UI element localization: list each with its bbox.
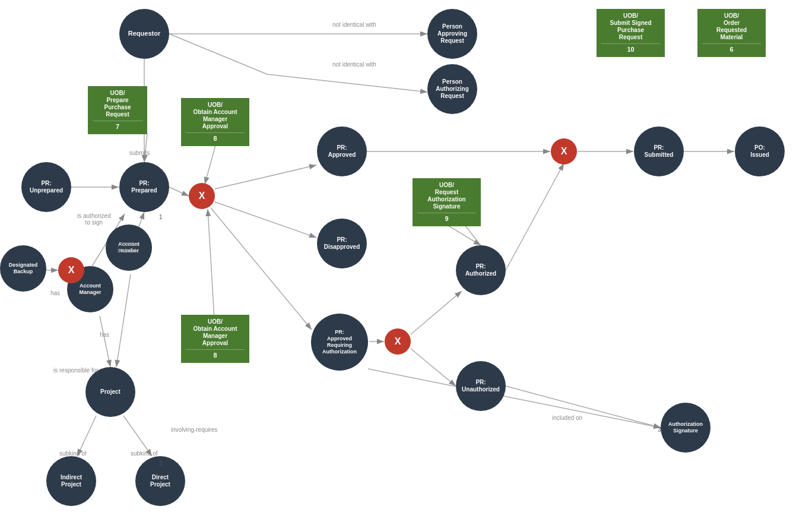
pr-disapproved-node: PR:Disapproved (317, 219, 367, 268)
svg-line-15 (506, 163, 564, 270)
uob-order-box: UOB/OrderRequestedMaterial 6 (697, 9, 766, 57)
svg-line-14 (411, 349, 456, 386)
num1-label: 1 (159, 214, 163, 220)
requestor-node: Requestor (119, 9, 169, 59)
is-authorized-label: is authorizedto sign (77, 213, 111, 226)
has-label-2: has (100, 331, 109, 338)
uob-request-auth-box: UOB/RequestAuthorizationSignature 9 (413, 178, 481, 226)
submits-label: submits (129, 150, 150, 156)
svg-line-27 (506, 386, 661, 428)
svg-line-26 (368, 369, 661, 428)
has-label-1: has (50, 290, 60, 296)
svg-line-22 (100, 316, 110, 367)
indirect-project-node: IndirectProject (46, 456, 96, 506)
svg-line-11 (448, 226, 481, 245)
included-on-label: included on (552, 415, 582, 421)
svg-line-7 (215, 165, 316, 189)
not-identical-label-1: not identical with (332, 21, 376, 28)
pr-submitted-node: PR:Submitted (634, 127, 684, 176)
person-authorizing-node: PersonAuthorizingRequest (427, 64, 477, 114)
x-node-4: X (58, 257, 84, 283)
must-include-label: mustinclude (118, 241, 137, 254)
pr-unprepared-node: PR:Unprepared (21, 162, 71, 212)
subkind-label-2: subkind of (131, 450, 158, 457)
is-responsible-label: is responsible for (53, 367, 99, 374)
svg-line-28 (144, 134, 147, 162)
designated-backup-node: DesignatedBackup (0, 245, 46, 292)
pr-authorized-node: PR:Authorized (456, 245, 506, 295)
svg-line-6 (169, 187, 189, 196)
svg-line-8 (215, 202, 316, 238)
num2-label: 2 (159, 460, 163, 467)
pr-approved-node: PR:Approved (317, 127, 367, 176)
uob-obtain-approval-bottom-box: UOB/Obtain AccountManagerApproval 8 (181, 315, 249, 363)
subkind-label-1: subkind of (59, 450, 87, 457)
project-node: Project (85, 367, 135, 417)
not-identical-label-2: not identical with (332, 61, 376, 68)
num3-label: 3 (658, 426, 661, 433)
x-node-3: X (551, 138, 577, 165)
svg-line-3 (267, 74, 427, 92)
uob-obtain-approval-top-box: UOB/Obtain AccountManagerApproval 8 (181, 98, 249, 146)
person-approving-node: PersonApprovingRequest (427, 9, 477, 59)
uob-submit-box: UOB/Submit SignedPurchaseRequest 10 (597, 9, 665, 57)
svg-line-23 (116, 274, 131, 367)
pr-approved-req-auth-node: PR:ApprovedRequiringAuthorization (311, 314, 368, 371)
svg-line-29 (205, 146, 215, 184)
svg-line-2 (169, 34, 267, 74)
pr-unauthorized-node: PR:Unauthorized (456, 361, 506, 411)
x-node-2: X (385, 328, 411, 355)
x-node-1: X (189, 183, 215, 209)
po-issued-node: PO:Issued (735, 127, 785, 176)
authorization-signature-node: AuthorizationSignature (661, 403, 710, 453)
svg-line-9 (211, 208, 312, 330)
svg-line-13 (411, 291, 462, 334)
uob-prepare-box: UOB/PreparePurchaseRequest 7 (88, 86, 147, 134)
pr-prepared-node: PR:Prepared (119, 162, 169, 212)
involving-requires-label: involving-requires (171, 426, 217, 433)
